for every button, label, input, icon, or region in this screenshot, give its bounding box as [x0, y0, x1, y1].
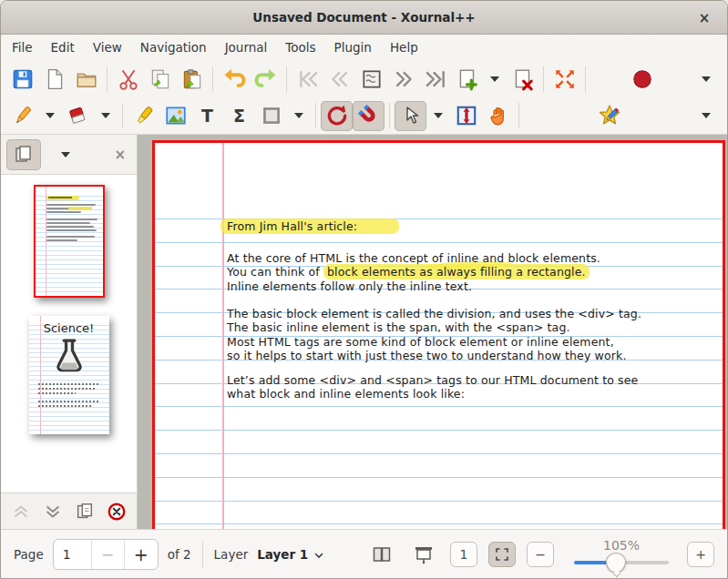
toolbar-main [1, 60, 727, 97]
menu-file[interactable]: File [3, 37, 42, 57]
cut-button[interactable] [112, 64, 144, 94]
cut-scissors-icon [117, 67, 140, 91]
window-close-icon[interactable]: × [694, 8, 714, 28]
magnet-icon [357, 104, 381, 127]
previous-page-button[interactable] [323, 64, 355, 94]
menu-plugin[interactable]: Plugin [325, 37, 381, 57]
separator [315, 103, 316, 128]
zoom-100-icon: 1 [460, 547, 468, 562]
delete-circle-icon [107, 502, 127, 522]
hand-tool-button[interactable] [482, 101, 514, 131]
duplicate-page-button[interactable] [70, 498, 99, 525]
page-1-selected[interactable]: From Jim Hall's article: At the core of … [152, 140, 725, 529]
page-increment-button[interactable]: + [125, 540, 158, 569]
chevron-down-icon[interactable] [313, 550, 324, 561]
menu-navigation[interactable]: Navigation [131, 37, 216, 57]
sidebar-close-icon[interactable]: × [114, 147, 131, 163]
page-number-input[interactable]: 1 [54, 540, 92, 569]
shape-tool-button[interactable] [255, 101, 287, 131]
page-thumbnail-1[interactable] [34, 185, 105, 298]
sidebar-dropdown[interactable] [61, 152, 70, 157]
document-canvas[interactable]: From Jim Hall's article: At the core of … [138, 135, 727, 529]
text-tool-button[interactable]: T [191, 101, 223, 131]
move-page-up-button[interactable] [6, 498, 36, 525]
zoom-in-button[interactable]: + [687, 542, 714, 567]
presentation-mode-button[interactable] [408, 542, 439, 567]
separator [585, 66, 586, 92]
page-preview-button[interactable] [355, 64, 387, 94]
menu-help[interactable]: Help [381, 37, 427, 57]
redo-icon [253, 66, 279, 92]
text-span: You can think of [227, 265, 323, 279]
menu-edit[interactable]: Edit [42, 37, 84, 57]
tex-tool-button[interactable]: Σ [223, 101, 255, 131]
insert-image-button[interactable] [159, 101, 191, 131]
highlighter-tool-button[interactable] [128, 101, 159, 131]
menu-view[interactable]: View [84, 37, 131, 57]
grid-snapping-toggle[interactable] [353, 101, 385, 131]
next-page-icon [392, 67, 415, 91]
zoom-fit-button[interactable] [488, 542, 516, 567]
thumb-text-preview [46, 196, 97, 243]
open-button[interactable] [70, 64, 102, 94]
dual-page-view-button[interactable] [366, 542, 397, 567]
layer-selector[interactable]: Layer 1 [257, 547, 308, 562]
redo-button[interactable] [250, 64, 282, 94]
shape-recognizer-dropdown[interactable] [702, 113, 711, 118]
separator [107, 66, 108, 92]
rectangle-shape-icon [260, 104, 283, 127]
image-icon [164, 104, 188, 127]
page-thumbnail-2[interactable]: Science! [29, 316, 109, 434]
thumb-highlight-line [46, 196, 79, 200]
separator [389, 103, 390, 128]
select-tool-button[interactable] [395, 101, 426, 131]
new-document-button[interactable] [38, 64, 70, 94]
zoom-in-icon: + [695, 547, 706, 562]
shape-recognizer-button[interactable] [593, 101, 625, 131]
fullscreen-button[interactable] [549, 64, 580, 94]
delete-page-sidebar-button[interactable] [102, 498, 131, 525]
zoom-slider[interactable] [574, 554, 669, 570]
save-button[interactable] [6, 64, 38, 94]
zoom-100-button[interactable]: 1 [450, 542, 477, 567]
next-page-button[interactable] [387, 64, 419, 94]
undo-button[interactable] [218, 64, 250, 94]
layer-label: Layer [214, 547, 249, 562]
text-paragraph: At the core of HTML is the concept of in… [227, 251, 600, 293]
menu-journal[interactable]: Journal [216, 37, 277, 57]
save-icon [11, 67, 35, 91]
rotation-snapping-toggle[interactable] [321, 101, 353, 131]
new-page-button[interactable] [451, 64, 483, 94]
titlebar[interactable]: Unsaved Document - Xournal++ × [1, 1, 727, 35]
eraser-dropdown[interactable] [101, 113, 110, 118]
zoom-slider-handle[interactable] [606, 553, 626, 573]
last-page-button[interactable] [419, 64, 451, 94]
copy-button[interactable] [144, 64, 176, 94]
delete-page-button[interactable] [507, 64, 538, 94]
duplicate-pages-icon [75, 502, 95, 522]
select-dropdown[interactable] [434, 113, 443, 118]
first-page-button[interactable] [292, 64, 323, 94]
menubar: File Edit View Navigation Journal Tools … [1, 35, 727, 60]
record-dropdown[interactable] [702, 76, 711, 82]
stacked-pages-icon [13, 144, 35, 166]
new-page-dropdown[interactable] [490, 76, 499, 82]
shape-dropdown[interactable] [294, 113, 303, 118]
thumb2-text-preview [38, 383, 104, 410]
pen-tool-button[interactable] [6, 101, 38, 131]
tex-sigma-icon: Σ [233, 106, 245, 126]
text-line: You can think of block elements as alway… [227, 265, 600, 279]
page-preview-icon [360, 67, 384, 91]
eraser-tool-button[interactable] [62, 101, 94, 131]
zoom-out-button[interactable]: − [527, 542, 554, 567]
page-spinner: 1 − + [53, 539, 159, 570]
page-decrement-button[interactable]: − [92, 540, 125, 569]
record-button[interactable] [627, 64, 659, 94]
move-page-down-button[interactable] [38, 498, 67, 525]
pen-dropdown[interactable] [46, 113, 55, 118]
menu-tools[interactable]: Tools [276, 37, 324, 57]
page-preview-tab-button[interactable] [6, 139, 41, 170]
paste-button[interactable] [176, 64, 208, 94]
vertical-space-button[interactable] [450, 101, 482, 131]
zoom-out-icon: − [535, 547, 546, 562]
